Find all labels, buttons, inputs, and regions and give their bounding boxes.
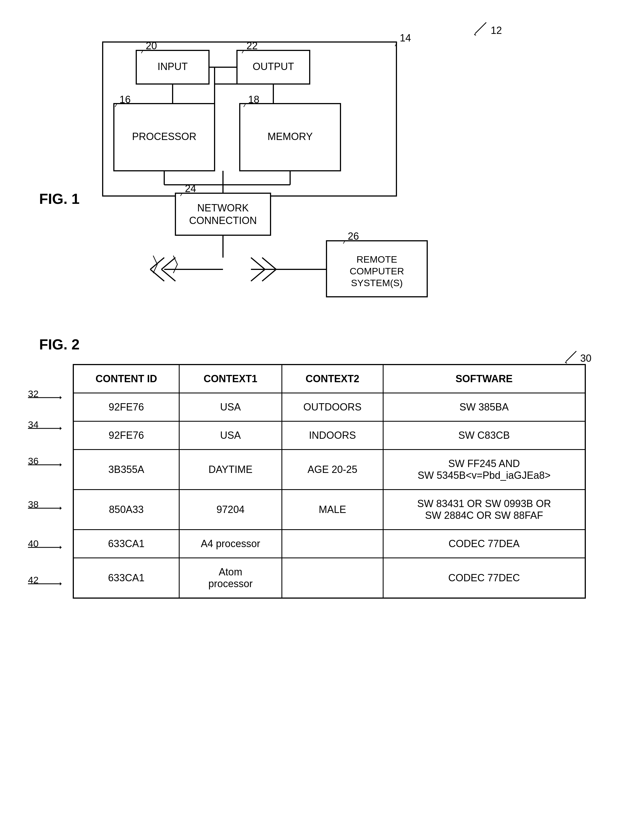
fig1-label: FIG. 1 (39, 190, 79, 207)
col-context2: CONTEXT2 (282, 365, 383, 393)
cell-context1: USA (179, 421, 282, 450)
cell-content-id: 850A33 (73, 490, 179, 530)
cell-software: SW FF245 ANDSW 5345B<v=Pbd_iaGJEa8> (383, 450, 585, 490)
svg-text:COMPUTER: COMPUTER (350, 266, 404, 276)
fig1-diagram: 14 INPUT 20 OUTPUT 22 PROCESSOR 16 (47, 28, 578, 302)
svg-marker-65 (60, 463, 62, 466)
svg-text:16: 16 (120, 94, 131, 105)
cell-content-id: 633CA1 (73, 558, 179, 598)
svg-text:REMOTE: REMOTE (356, 254, 397, 265)
cell-software: SW C83CB (383, 421, 585, 450)
svg-marker-1 (474, 34, 476, 36)
table-row: 92FE76 USA OUTDOORS SW 385BA (73, 393, 585, 421)
table-row: 633CA1 Atomprocessor CODEC 77DEC (73, 558, 585, 598)
page: 12 14 INPUT 20 OUTPUT 22 (0, 0, 625, 840)
ref-30: 30 (564, 349, 591, 364)
ref-12-label: 12 (491, 25, 502, 36)
table-header-row: CONTENT ID CONTEXT1 CONTEXT2 SOFTWARE (73, 365, 585, 393)
cell-content-id: 92FE76 (73, 393, 179, 421)
cell-content-id: 633CA1 (73, 530, 179, 558)
ref-12: 12 (472, 20, 502, 36)
svg-text:CONNECTION: CONNECTION (189, 215, 257, 226)
cell-context2: MALE (282, 490, 383, 530)
svg-marker-63 (60, 427, 62, 430)
svg-text:PROCESSOR: PROCESSOR (132, 131, 196, 142)
svg-text:SYSTEM(S): SYSTEM(S) (351, 277, 403, 288)
fig1-section: 12 14 INPUT 20 OUTPUT 22 (17, 17, 608, 302)
ref-34: 34 (28, 424, 67, 434)
svg-line-47 (251, 270, 265, 281)
rows-with-refs: CONTENT ID CONTEXT1 CONTEXT2 SOFTWARE 92… (73, 364, 586, 598)
svg-line-58 (566, 351, 576, 362)
cell-context2 (282, 530, 383, 558)
col-content-id: CONTENT ID (73, 365, 179, 393)
table-row: 633CA1 A4 processor CODEC 77DEA (73, 530, 585, 558)
cell-context1: 97204 (179, 490, 282, 530)
svg-text:INPUT: INPUT (157, 61, 188, 72)
svg-text:MEMORY: MEMORY (267, 131, 312, 142)
cell-content-id: 3B355A (73, 450, 179, 490)
svg-text:26: 26 (348, 231, 359, 242)
svg-marker-61 (60, 396, 62, 399)
svg-text:OUTPUT: OUTPUT (253, 61, 294, 72)
svg-text:18: 18 (248, 94, 259, 105)
col-context1: CONTEXT1 (179, 365, 282, 393)
svg-line-0 (475, 22, 486, 34)
col-software: SOFTWARE (383, 365, 585, 393)
cell-software: SW 83431 OR SW 0993B ORSW 2884C OR SW 88… (383, 490, 585, 530)
svg-rect-26 (176, 193, 271, 235)
fig2-section: FIG. 2 30 CONTENT ID CONTEXT1 CONT (17, 336, 608, 598)
svg-line-44 (262, 257, 276, 270)
cell-software: CODEC 77DEA (383, 530, 585, 558)
svg-marker-67 (60, 506, 62, 510)
cell-context1: Atomprocessor (179, 558, 282, 598)
table-row: 850A33 97204 MALE SW 83431 OR SW 0993B O… (73, 490, 585, 530)
cell-context1: DAYTIME (179, 450, 282, 490)
table-wrapper: 30 CONTENT ID CONTEXT1 CONTEXT2 SOFTWARE (73, 364, 586, 598)
svg-marker-59 (565, 362, 567, 364)
ref-32: 32 (28, 393, 67, 403)
cell-context2: INDOORS (282, 421, 383, 450)
table-row: 3B355A DAYTIME AGE 20-25 SW FF245 ANDSW … (73, 450, 585, 490)
data-table: CONTENT ID CONTEXT1 CONTEXT2 SOFTWARE 92… (73, 364, 586, 598)
ref-36: 36 (28, 461, 67, 470)
cell-context1: USA (179, 393, 282, 421)
ref-42: 42 (28, 580, 67, 589)
svg-text:22: 22 (246, 40, 258, 51)
ref-40: 40 (28, 543, 67, 553)
cell-software: CODEC 77DEC (383, 558, 585, 598)
cell-context1: A4 processor (179, 530, 282, 558)
ref-30-label: 30 (580, 352, 591, 364)
svg-line-45 (262, 270, 276, 281)
cell-content-id: 92FE76 (73, 421, 179, 450)
table-body: 92FE76 USA OUTDOORS SW 385BA 92FE76 USA … (73, 393, 585, 598)
svg-line-46 (251, 257, 265, 270)
cell-software: SW 385BA (383, 393, 585, 421)
table-row: 92FE76 USA INDOORS SW C83CB (73, 421, 585, 450)
ref-38: 38 (28, 504, 67, 514)
svg-text:20: 20 (146, 40, 157, 51)
cell-context2: AGE 20-25 (282, 450, 383, 490)
cell-context2 (282, 558, 383, 598)
svg-text:14: 14 (400, 32, 411, 44)
svg-marker-71 (60, 582, 62, 586)
svg-marker-69 (60, 546, 62, 549)
cell-context2: OUTDOORS (282, 393, 383, 421)
fig2-label: FIG. 2 (39, 336, 608, 353)
svg-text:NETWORK: NETWORK (197, 202, 249, 214)
